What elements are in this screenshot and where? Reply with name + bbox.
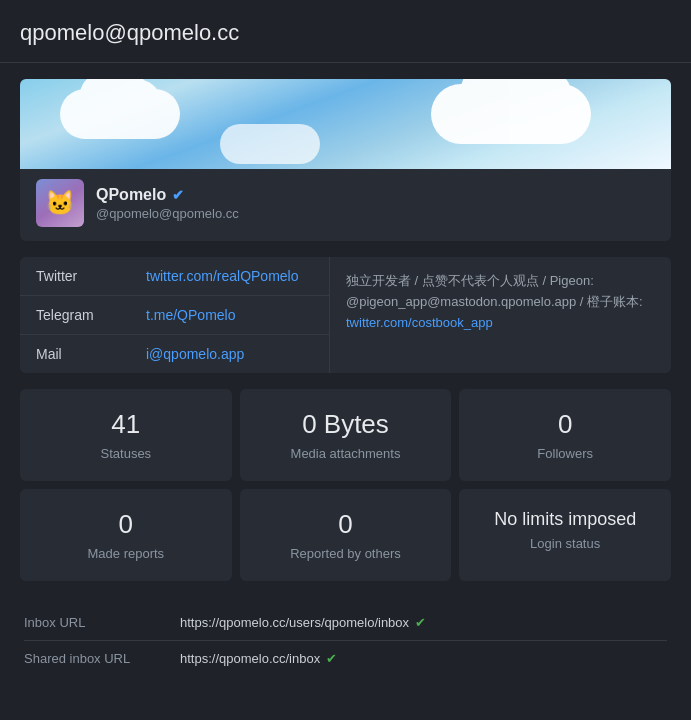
followers-stat: 0 Followers [459, 389, 671, 481]
shared-inbox-url-label: Shared inbox URL [24, 651, 164, 666]
profile-banner [20, 79, 671, 169]
reported-by-others-number: 0 [256, 509, 436, 540]
media-number: 0 Bytes [256, 409, 436, 440]
inbox-url-row: Inbox URL https://qpomelo.cc/users/qpome… [24, 605, 667, 641]
page-title: qpomelo@qpomelo.cc [20, 20, 671, 46]
followers-label: Followers [475, 446, 655, 461]
inbox-url-value: https://qpomelo.cc/users/qpomelo/inbox ✔ [180, 615, 426, 630]
media-stat: 0 Bytes Media attachments [240, 389, 452, 481]
statuses-number: 41 [36, 409, 216, 440]
telegram-link-row: Telegram t.me/QPomelo [20, 296, 329, 335]
twitter-link-row: Twitter twitter.com/realQPomelo [20, 257, 329, 296]
links-bio-section: Twitter twitter.com/realQPomelo Telegram… [20, 257, 671, 373]
profile-handle: @qpomelo@qpomelo.cc [96, 206, 239, 221]
inbox-url-check-icon: ✔ [415, 615, 426, 630]
links-table: Twitter twitter.com/realQPomelo Telegram… [20, 257, 330, 373]
mail-label: Mail [20, 335, 130, 373]
login-status-label: Login status [475, 536, 655, 551]
followers-number: 0 [475, 409, 655, 440]
twitter-link[interactable]: twitter.com/realQPomelo [130, 257, 315, 295]
bio-link[interactable]: twitter.com/costbook_app [346, 315, 493, 330]
stats-row-2: 0 Made reports 0 Reported by others No l… [20, 489, 671, 581]
media-label: Media attachments [256, 446, 436, 461]
profile-card: 🐱 QPomelo ✔ @qpomelo@qpomelo.cc [20, 79, 671, 241]
shared-inbox-url-row: Shared inbox URL https://qpomelo.cc/inbo… [24, 641, 667, 676]
inbox-url-label: Inbox URL [24, 615, 164, 630]
login-status-stat: No limits imposed Login status [459, 489, 671, 581]
page-header: qpomelo@qpomelo.cc [0, 0, 691, 63]
statuses-stat: 41 Statuses [20, 389, 232, 481]
made-reports-label: Made reports [36, 546, 216, 561]
twitter-label: Twitter [20, 257, 130, 295]
reported-by-others-label: Reported by others [256, 546, 436, 561]
made-reports-stat: 0 Made reports [20, 489, 232, 581]
made-reports-number: 0 [36, 509, 216, 540]
shared-inbox-url-value: https://qpomelo.cc/inbox ✔ [180, 651, 337, 666]
bio-section: 独立开发者 / 点赞不代表个人观点 / Pigeon: @pigeon_app@… [330, 257, 671, 373]
verified-icon: ✔ [172, 187, 184, 203]
profile-name: QPomelo ✔ [96, 186, 239, 204]
shared-inbox-url-check-icon: ✔ [326, 651, 337, 666]
stats-row-1: 41 Statuses 0 Bytes Media attachments 0 … [20, 389, 671, 481]
statuses-label: Statuses [36, 446, 216, 461]
footer-info: Inbox URL https://qpomelo.cc/users/qpome… [20, 597, 671, 684]
avatar: 🐱 [36, 179, 84, 227]
reported-by-others-stat: 0 Reported by others [240, 489, 452, 581]
login-status-title: No limits imposed [475, 509, 655, 530]
mail-link-row: Mail i@qpomelo.app [20, 335, 329, 373]
telegram-link[interactable]: t.me/QPomelo [130, 296, 251, 334]
telegram-label: Telegram [20, 296, 130, 334]
mail-link[interactable]: i@qpomelo.app [130, 335, 260, 373]
